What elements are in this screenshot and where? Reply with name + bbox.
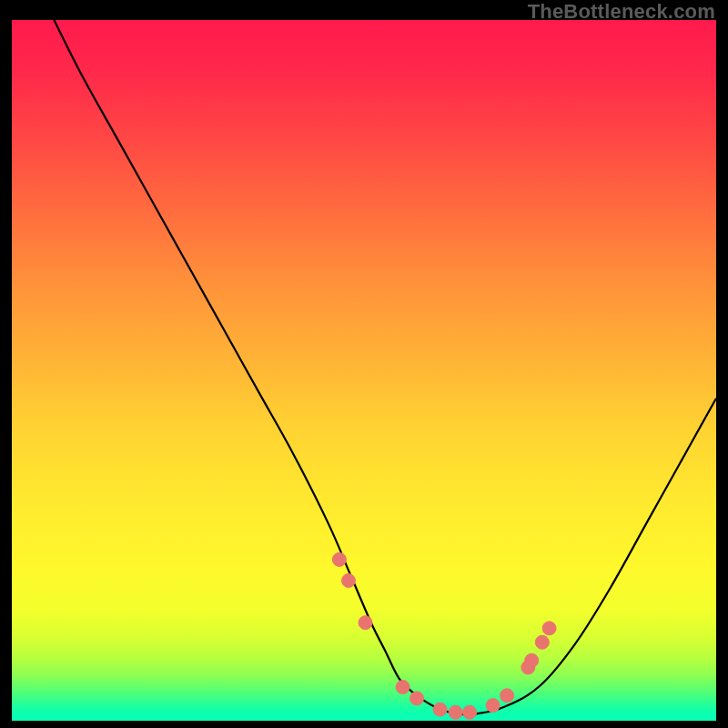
data-dot	[342, 574, 356, 588]
data-dot	[542, 622, 556, 635]
data-dot	[433, 703, 447, 716]
chart-frame	[12, 20, 716, 721]
data-dot	[535, 635, 549, 649]
data-dot	[359, 616, 372, 630]
data-dot	[410, 692, 424, 705]
data-dot	[449, 705, 462, 719]
data-dot	[500, 689, 514, 703]
data-dot	[525, 653, 539, 667]
data-dots-group	[332, 552, 556, 719]
data-dot	[463, 705, 477, 719]
data-dot	[332, 552, 346, 566]
data-dot	[486, 699, 500, 713]
chart-plot	[12, 20, 716, 721]
bottleneck-curve	[54, 20, 716, 714]
data-dot	[396, 681, 410, 694]
